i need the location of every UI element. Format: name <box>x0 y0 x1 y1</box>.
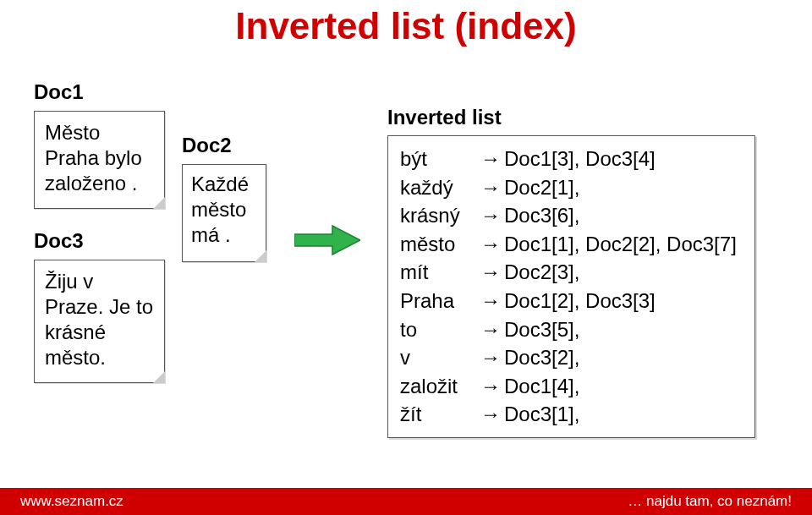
inverted-list-label: Inverted list <box>387 106 502 129</box>
inverted-row: krásný→Doc3[6], <box>400 201 743 230</box>
inverted-term: Praha <box>400 287 480 315</box>
doc2-box: Každé město má . <box>182 164 266 262</box>
doc1-label: Doc1 <box>34 80 165 104</box>
doc1-box: Město Praha bylo založeno . <box>34 111 165 209</box>
inverted-term: založit <box>400 372 480 401</box>
inverted-postings: Doc3[2], <box>504 343 743 372</box>
inverted-row: Praha→Doc1[2], Doc3[3] <box>400 287 743 315</box>
doc3-text: Žiju v Praze. Je to krásné město. <box>45 269 154 370</box>
arrow-icon <box>294 224 360 256</box>
arrow-right-icon: → <box>480 343 504 372</box>
left-docs-column: Doc1 Město Praha bylo založeno . Doc3 Ži… <box>34 80 165 403</box>
footer-slogan: … najdu tam, co neznám! <box>628 493 792 510</box>
inverted-row: mít→Doc2[3], <box>400 258 743 287</box>
inverted-postings: Doc3[1], <box>504 400 743 429</box>
doc2-label: Doc2 <box>182 134 283 157</box>
footer-bar: www.seznam.cz … najdu tam, co neznám! <box>0 488 812 515</box>
inverted-row: žít→Doc3[1], <box>400 400 743 429</box>
inverted-row: město→Doc1[1], Doc2[2], Doc3[7] <box>400 230 743 259</box>
inverted-term: krásný <box>400 201 480 230</box>
inverted-term: to <box>400 315 480 344</box>
arrow-right-icon: → <box>480 372 504 401</box>
arrow-right-icon: → <box>480 173 504 202</box>
inverted-row: to→Doc3[5], <box>400 315 743 344</box>
arrow-right-icon: → <box>480 201 504 230</box>
doc2-text: Každé město má . <box>191 172 257 248</box>
arrow-right-icon: → <box>480 230 504 259</box>
doc3-box: Žiju v Praze. Je to krásné město. <box>34 260 165 383</box>
slide-title: Inverted list (index) <box>0 5 812 47</box>
inverted-postings: Doc3[6], <box>504 201 743 230</box>
inverted-term: být <box>400 145 480 173</box>
inverted-postings: Doc1[2], Doc3[3] <box>504 287 743 315</box>
arrow-right-icon: → <box>480 287 504 315</box>
svg-marker-0 <box>294 226 360 255</box>
inverted-term: každý <box>400 173 480 202</box>
inverted-row: každý→Doc2[1], <box>400 173 743 202</box>
inverted-row: v→Doc3[2], <box>400 343 743 372</box>
doc3-label: Doc3 <box>34 229 165 253</box>
arrow-right-icon: → <box>480 258 504 287</box>
inverted-term: žít <box>400 400 480 429</box>
inverted-postings: Doc2[3], <box>504 258 743 287</box>
inverted-term: město <box>400 230 480 259</box>
arrow-right-icon: → <box>480 400 504 429</box>
inverted-term: v <box>400 343 480 372</box>
arrow-right-icon: → <box>480 145 504 173</box>
inverted-row: založit→Doc1[4], <box>400 372 743 401</box>
inverted-term: mít <box>400 258 480 287</box>
inverted-postings: Doc1[1], Doc2[2], Doc3[7] <box>504 230 743 259</box>
inverted-postings: Doc3[5], <box>504 315 743 344</box>
inverted-postings: Doc2[1], <box>504 173 743 202</box>
inverted-postings: Doc1[4], <box>504 372 743 401</box>
inverted-list-box: být→Doc1[3], Doc3[4]každý→Doc2[1],krásný… <box>387 135 755 438</box>
doc1-text: Město Praha bylo založeno . <box>45 120 154 196</box>
inverted-postings: Doc1[3], Doc3[4] <box>504 145 743 173</box>
inverted-row: být→Doc1[3], Doc3[4] <box>400 145 743 173</box>
arrow-right-icon: → <box>480 315 504 344</box>
footer-url: www.seznam.cz <box>20 493 123 510</box>
mid-doc-column: Doc2 Každé město má . <box>182 134 283 282</box>
